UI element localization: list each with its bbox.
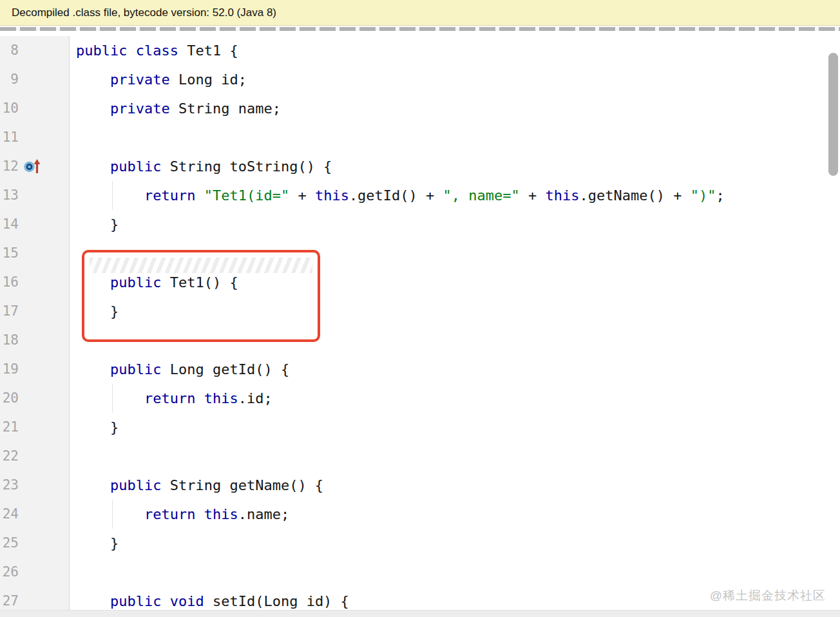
gutter[interactable]: 24	[0, 500, 70, 529]
code-text[interactable]	[70, 558, 840, 587]
gutter[interactable]: 10	[0, 94, 70, 123]
line-number: 20	[3, 384, 19, 413]
gutter[interactable]: 11	[0, 123, 70, 152]
token-pl: .id;	[238, 390, 272, 406]
token-kw: this	[204, 390, 238, 406]
vertical-scrollbar-thumb[interactable]	[828, 53, 838, 176]
code-text[interactable]	[70, 442, 840, 471]
decompiled-file-banner-text: Decompiled .class file, bytecode version…	[12, 6, 276, 19]
token-pl: ;	[716, 187, 724, 204]
token-kw: private	[110, 71, 178, 88]
code-text[interactable]: }	[70, 297, 840, 326]
code-text[interactable]: return this.name;	[70, 500, 840, 529]
code-line[interactable]: 15	[0, 239, 840, 268]
gutter[interactable]: 15	[0, 239, 70, 268]
code-line[interactable]: 8public class Tet1 {	[0, 36, 840, 65]
code-line[interactable]: 23 public String getName() {	[0, 471, 840, 500]
gutter[interactable]: 22	[0, 442, 70, 471]
token-pl: .getName() +	[580, 187, 691, 204]
ide-window: Decompiled .class file, bytecode version…	[0, 0, 840, 617]
code-text[interactable]: return "Tet1(id=" + this.getId() + ", na…	[70, 181, 840, 210]
line-number: 17	[3, 297, 19, 326]
gutter[interactable]: 16	[0, 268, 70, 297]
code-text[interactable]: private Long id;	[70, 65, 840, 94]
code-text[interactable]	[70, 123, 840, 152]
token-pl	[76, 158, 110, 175]
gutter[interactable]: 9	[0, 65, 70, 94]
gutter[interactable]: 17	[0, 297, 70, 326]
token-pl: Tet1() {	[170, 274, 238, 290]
gutter[interactable]: 19	[0, 355, 70, 384]
code-text[interactable]: }	[70, 529, 840, 558]
gutter[interactable]: 12	[0, 152, 70, 181]
code-line[interactable]: 18	[0, 326, 840, 355]
line-number: 21	[3, 413, 19, 442]
gutter[interactable]: 25	[0, 529, 70, 558]
code-line[interactable]: 9 private Long id;	[0, 65, 840, 94]
token-pl: +	[289, 187, 315, 204]
line-number: 23	[3, 471, 19, 500]
code-line[interactable]: 14 }	[0, 210, 840, 239]
line-number: 13	[3, 181, 19, 210]
code-line[interactable]: 16 public Tet1() {	[0, 268, 840, 297]
line-number: 10	[3, 94, 19, 123]
code-line[interactable]: 11	[0, 123, 840, 152]
gutter[interactable]: 14	[0, 210, 70, 239]
code-line[interactable]: 13 return "Tet1(id=" + this.getId() + ",…	[0, 181, 840, 210]
token-pl: }	[76, 419, 119, 435]
code-text[interactable]: public Tet1() {	[70, 268, 840, 297]
line-number: 22	[3, 442, 19, 471]
gutter[interactable]: 18	[0, 326, 70, 355]
token-pl: String getName() {	[170, 477, 323, 493]
code-text[interactable]: public class Tet1 {	[70, 36, 840, 65]
token-str: "Tet1(id="	[204, 187, 289, 204]
code-text[interactable]	[70, 239, 840, 268]
code-editor[interactable]: 8public class Tet1 {9 private Long id;10…	[0, 26, 840, 617]
code-line[interactable]: 26	[0, 558, 840, 587]
gutter[interactable]: 26	[0, 558, 70, 587]
gutter[interactable]: 20	[0, 384, 70, 413]
token-pl	[76, 274, 110, 290]
code-text[interactable]: public String getName() {	[70, 471, 840, 500]
code-text[interactable]: public Long getId() {	[70, 355, 840, 384]
gutter[interactable]: 13	[0, 181, 70, 210]
overrides-method-icon[interactable]	[23, 158, 43, 175]
token-kw: this	[546, 187, 580, 204]
code-text[interactable]: }	[70, 210, 840, 239]
overrides-method-gutter-icon[interactable]	[23, 158, 43, 175]
token-pl	[76, 477, 110, 493]
decompiled-file-banner: Decompiled .class file, bytecode version…	[0, 0, 840, 26]
token-pl: String toString() {	[170, 158, 332, 175]
line-number: 26	[3, 558, 19, 587]
line-number: 12	[3, 152, 19, 181]
line-number: 14	[3, 210, 19, 239]
code-line[interactable]: 10 private String name;	[0, 94, 840, 123]
code-line[interactable]: 22	[0, 442, 840, 471]
token-str: ", name="	[443, 187, 520, 204]
code-text[interactable]: return this.id;	[70, 384, 840, 413]
token-kw: return	[144, 506, 204, 522]
code-line[interactable]: 20 return this.id;	[0, 384, 840, 413]
watermark: @稀土掘金技术社区	[710, 587, 826, 604]
code-text[interactable]: }	[70, 413, 840, 442]
window-bottom-strip	[0, 610, 840, 617]
code-text[interactable]: public String toString() {	[70, 152, 840, 181]
token-pl	[76, 100, 110, 117]
code-text[interactable]: private String name;	[70, 94, 840, 123]
indent-guide	[112, 384, 113, 413]
code-line[interactable]: 25 }	[0, 529, 840, 558]
code-line[interactable]: 19 public Long getId() {	[0, 355, 840, 384]
token-pl: }	[76, 535, 119, 551]
token-pl: }	[76, 216, 119, 233]
code-line[interactable]: 17 }	[0, 297, 840, 326]
gutter[interactable]: 21	[0, 413, 70, 442]
code-line[interactable]: 12 public String toString() {	[0, 152, 840, 181]
code-text[interactable]	[70, 326, 840, 355]
line-number: 25	[3, 529, 19, 558]
code-line[interactable]: 24 return this.name;	[0, 500, 840, 529]
gutter[interactable]: 23	[0, 471, 70, 500]
indent-guide	[112, 181, 113, 210]
code-line[interactable]: 21 }	[0, 413, 840, 442]
token-pl: }	[76, 303, 119, 319]
gutter[interactable]: 8	[0, 36, 70, 65]
